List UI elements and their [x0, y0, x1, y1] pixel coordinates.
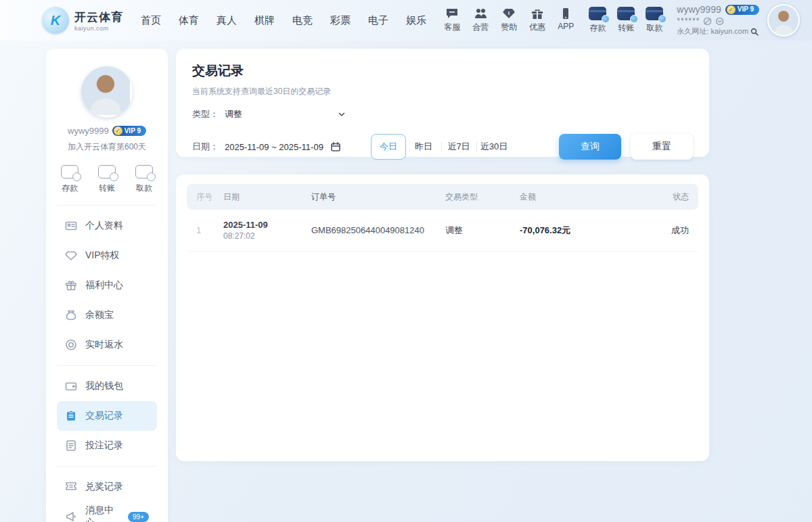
- sidebar-item-rebate[interactable]: 实时返水: [57, 330, 157, 360]
- id-card-icon: [65, 220, 77, 232]
- withdraw-button[interactable]: 取款: [646, 7, 663, 34]
- brand-logo-text: 开云体育 kaiyun.com: [74, 9, 123, 32]
- sidebar-item-yuebao[interactable]: 余额宝: [57, 300, 157, 330]
- brand-logo-icon: K: [42, 7, 69, 34]
- join-days-text: 加入开云体育第600天: [57, 141, 157, 153]
- query-button[interactable]: 查询: [559, 134, 621, 160]
- sidebar-item-vip[interactable]: VIP特权: [57, 241, 157, 270]
- topbar-quick-icons: 客服 合营 赞助 优惠 APP: [444, 7, 574, 33]
- nav-esports[interactable]: 电竞: [292, 14, 313, 27]
- wallet-icon: [65, 380, 77, 392]
- sidebar-item-messages[interactable]: 消息中心 99+: [57, 502, 157, 522]
- transaction-record-icon: [65, 410, 77, 422]
- brand-logo[interactable]: K 开云体育 kaiyun.com: [42, 7, 123, 34]
- sidebar-item-wallet[interactable]: 我的钱包: [57, 371, 157, 401]
- brand-domain: kaiyun.com: [74, 25, 123, 32]
- sidebar-item-betting-records[interactable]: 投注记录: [57, 431, 157, 460]
- transfer-button[interactable]: 转账: [617, 7, 635, 34]
- sidebar-item-transactions[interactable]: 交易记录: [57, 401, 157, 431]
- reset-button[interactable]: 重置: [631, 134, 693, 160]
- sponsor-button[interactable]: 赞助: [501, 7, 517, 33]
- date-range-input[interactable]: 2025-11-09 ~ 2025-11-09: [225, 141, 359, 152]
- page-subtitle: 当前系统支持查询最近30日的交易记录: [192, 86, 693, 97]
- col-amount: 金额: [520, 191, 641, 203]
- deposit-card-icon: [589, 7, 606, 20]
- sidebar-withdraw-button[interactable]: 取款: [135, 165, 153, 194]
- topbar: K 开云体育 kaiyun.com 首页 体育 真人 棋牌 电竞 彩票 电子 娱…: [0, 0, 812, 41]
- table-header-row: 序号 日期 订单号 交易类型 金额 状态: [187, 184, 698, 210]
- page-title: 交易记录: [192, 62, 693, 80]
- eye-off-icon[interactable]: [703, 17, 712, 26]
- balance-mask: ******: [677, 16, 700, 26]
- vip-badge: ✓ VIP 9: [725, 5, 759, 15]
- type-filter-label: 类型：: [192, 108, 225, 120]
- col-order: 订单号: [311, 191, 445, 203]
- betting-record-icon: [65, 440, 77, 452]
- row-status: 成功: [641, 224, 689, 237]
- nav-home[interactable]: 首页: [141, 14, 161, 27]
- chat-icon: [445, 7, 459, 20]
- customer-service-button[interactable]: 客服: [444, 7, 460, 33]
- user-avatar[interactable]: [767, 4, 800, 37]
- sidebar-quick-actions: 存款 转账 取款: [57, 153, 157, 206]
- sidebar-deposit-button[interactable]: 存款: [61, 165, 78, 194]
- filter-30days-button[interactable]: 近30日: [476, 135, 512, 159]
- sidebar: wywy9999 ✓ VIP 9 加入开云体育第600天 存款 转账 取款: [46, 49, 168, 522]
- diamond-icon: [502, 7, 516, 20]
- transfer-outline-icon: [98, 165, 116, 179]
- sidebar-transfer-button[interactable]: 转账: [98, 165, 116, 194]
- sidebar-item-profile[interactable]: 个人资料: [57, 211, 157, 241]
- money-bag-icon: [65, 309, 77, 321]
- main-nav: 首页 体育 真人 棋牌 电竞 彩票 电子 娱乐: [141, 14, 426, 27]
- page-body: wywy9999 ✓ VIP 9 加入开云体育第600天 存款 转账 取款: [0, 41, 812, 522]
- partners-icon: [474, 7, 487, 20]
- nav-slots[interactable]: 电子: [368, 14, 388, 27]
- nav-cards[interactable]: 棋牌: [254, 14, 275, 27]
- records-table-card: 序号 日期 订单号 交易类型 金额 状态 1 2025-11-09 08:27:…: [176, 174, 709, 461]
- sidebar-menu-group-wallet: 我的钱包 交易记录 投注记录: [57, 366, 157, 467]
- type-select[interactable]: 调整: [225, 108, 346, 120]
- date-range-value: 2025-11-09 ~ 2025-11-09: [225, 142, 323, 152]
- col-type: 交易类型: [445, 191, 520, 203]
- sidebar-username: wywy9999: [68, 126, 109, 136]
- app-download-button[interactable]: APP: [558, 7, 574, 33]
- partners-button[interactable]: 合营: [472, 7, 489, 33]
- date-filter-label: 日期：: [192, 141, 225, 153]
- nav-sports[interactable]: 体育: [179, 14, 199, 27]
- deposit-button[interactable]: 存款: [589, 7, 606, 34]
- withdraw-outline-icon: [135, 165, 153, 179]
- sidebar-menu-group-account: 个人资料 VIP特权 福利中心 余额宝 实时返水: [57, 206, 157, 366]
- row-index: 1: [196, 225, 223, 235]
- message-count-badge: 99+: [128, 512, 149, 522]
- chevron-down-icon: [337, 110, 346, 119]
- filter-today-button[interactable]: 今日: [371, 134, 406, 160]
- vip-diamond-icon: [65, 250, 77, 262]
- date-quick-filters: 今日 昨日 近7日 近30日: [371, 134, 512, 160]
- nav-lottery[interactable]: 彩票: [330, 14, 351, 27]
- row-date: 2025-11-09 08:27:02: [223, 220, 311, 241]
- transfer-card-icon: [617, 7, 635, 20]
- deposit-outline-icon: [61, 165, 78, 179]
- filter-7days-button[interactable]: 近7日: [441, 135, 476, 159]
- nav-live[interactable]: 真人: [217, 14, 237, 27]
- vip-shield-icon: ✓: [727, 5, 736, 14]
- sidebar-item-prize-records[interactable]: 兑奖记录: [57, 472, 157, 502]
- filter-card: 交易记录 当前系统支持查询最近30日的交易记录 类型： 调整 日期： 2025-…: [176, 49, 709, 157]
- withdraw-card-icon: [646, 7, 663, 20]
- table-row: 1 2025-11-09 08:27:02 GMB698250644004908…: [187, 210, 698, 252]
- calendar-icon: [330, 141, 341, 152]
- search-icon[interactable]: [750, 28, 759, 36]
- nav-casino[interactable]: 娱乐: [406, 14, 426, 27]
- sidebar-vip-badge: ✓ VIP 9: [112, 126, 146, 136]
- sidebar-item-benefits[interactable]: 福利中心: [57, 270, 157, 300]
- row-transaction-type: 调整: [445, 224, 520, 237]
- brand-name: 开云体育: [74, 9, 123, 25]
- promo-button[interactable]: 优惠: [529, 7, 545, 33]
- refresh-chevron-icon[interactable]: [715, 17, 724, 26]
- sidebar-user-avatar[interactable]: [81, 66, 133, 118]
- col-date: 日期: [223, 191, 311, 203]
- filter-yesterday-button[interactable]: 昨日: [406, 135, 441, 159]
- topbar-user-info: wywy9999 ✓ VIP 9 ****** 永久网址: kaiyun.com: [677, 4, 759, 37]
- megaphone-icon: [65, 511, 77, 522]
- gift-icon: [531, 7, 544, 20]
